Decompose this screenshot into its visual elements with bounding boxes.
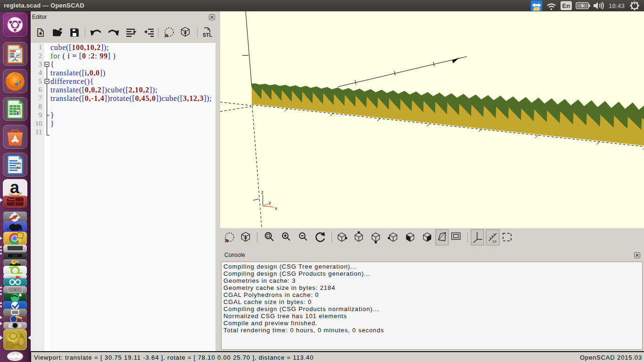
svg-text:10: 10: [492, 239, 496, 244]
svg-text:18:43: 18:43: [609, 2, 625, 9]
svg-text:STL: STL: [203, 32, 212, 38]
svg-text:»: »: [224, 236, 229, 245]
svg-text:x: x: [275, 206, 277, 211]
svg-text:y: y: [269, 200, 271, 205]
svg-text:En: En: [562, 2, 570, 9]
svg-text:z: z: [261, 189, 264, 195]
svg-text:»: »: [164, 31, 168, 40]
